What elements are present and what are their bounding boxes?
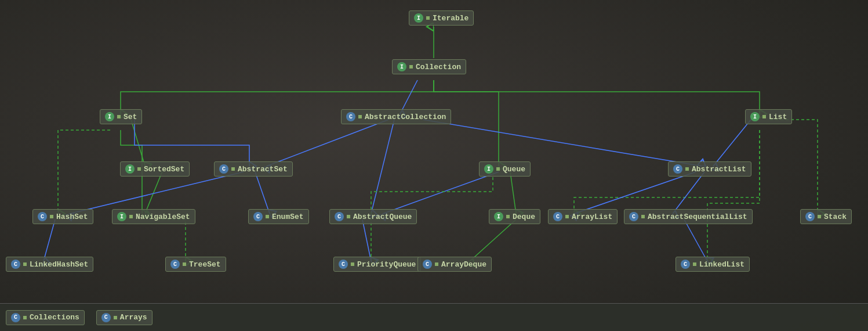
- icon-i-deque: I: [494, 212, 503, 221]
- icon-c-collections: C: [11, 313, 20, 322]
- icon-i-queue: I: [484, 164, 493, 174]
- svg-line-21: [470, 220, 516, 261]
- icon-c-stack: C: [805, 212, 815, 221]
- icon-i-collection: I: [397, 62, 406, 71]
- node-abstract-sequential-list[interactable]: C AbstractSequentialList: [624, 209, 753, 224]
- label-abstractset: AbstractSet: [238, 165, 288, 174]
- node-queue[interactable]: I Queue: [479, 161, 531, 177]
- label-abstractlist: AbstractList: [692, 165, 746, 174]
- icon-c-abstractset: C: [219, 164, 228, 174]
- svg-line-11: [713, 120, 751, 166]
- dot-iterable: [426, 16, 430, 20]
- node-sorted-set[interactable]: I SortedSet: [120, 161, 190, 177]
- node-abstract-collection[interactable]: C AbstractCollection: [341, 109, 451, 124]
- dot-list: [762, 115, 766, 118]
- icon-c-arrays: C: [101, 313, 111, 322]
- dot-abstractcollection: [358, 115, 362, 118]
- node-abstract-queue[interactable]: C AbstractQueue: [329, 209, 417, 224]
- dot-abstractsequentiallist: [641, 215, 645, 218]
- bottom-bar: C Collections C Arrays: [0, 303, 868, 331]
- node-abstract-set[interactable]: C AbstractSet: [214, 161, 293, 177]
- node-navigable-set[interactable]: I NavigableSet: [112, 209, 195, 224]
- dot-enumset: [266, 215, 269, 218]
- dot-queue: [496, 167, 500, 171]
- node-array-deque[interactable]: C ArrayDeque: [417, 257, 492, 272]
- icon-c-linkedlist: C: [681, 260, 690, 269]
- node-collections-bottom[interactable]: C Collections: [6, 310, 85, 325]
- node-set[interactable]: I Set: [100, 109, 142, 124]
- label-iterable: Iterable: [433, 14, 468, 23]
- svg-line-15: [383, 172, 499, 214]
- label-enumset: EnumSet: [272, 213, 304, 221]
- svg-line-17: [574, 172, 696, 214]
- dot-treeset: [183, 262, 186, 266]
- dot-linkedhashset: [23, 262, 27, 266]
- node-hashset[interactable]: C HashSet: [32, 209, 93, 224]
- node-linked-hashset[interactable]: C LinkedHashSet: [6, 257, 93, 272]
- icon-c-enumset: C: [253, 212, 263, 221]
- node-priority-queue[interactable]: C PriorityQueue: [333, 257, 421, 272]
- label-set: Set: [124, 113, 137, 121]
- icon-i-iterable: I: [414, 13, 423, 23]
- svg-line-22: [684, 220, 707, 261]
- label-sortedset: SortedSet: [144, 165, 184, 174]
- node-stack[interactable]: C Stack: [800, 209, 852, 224]
- svg-line-9: [371, 120, 394, 214]
- node-list[interactable]: I List: [745, 109, 792, 124]
- dot-arrays: [114, 316, 117, 319]
- icon-i-sortedset: I: [125, 164, 135, 174]
- node-abstract-list[interactable]: C AbstractList: [668, 161, 751, 177]
- dot-arraydeque: [435, 262, 438, 266]
- dot-collection: [409, 65, 413, 69]
- label-hashset: HashSet: [56, 213, 88, 221]
- label-list: List: [769, 113, 787, 121]
- node-arrays-bottom[interactable]: C Arrays: [96, 310, 152, 325]
- icon-c-arraydeque: C: [423, 260, 432, 269]
- node-collection[interactable]: I Collection: [392, 59, 466, 74]
- dot-priorityqueue: [351, 262, 354, 266]
- node-deque[interactable]: I Deque: [489, 209, 540, 224]
- label-stack: Stack: [824, 213, 847, 221]
- label-abstractsequentiallist: AbstractSequentialList: [648, 213, 747, 221]
- dot-stack: [818, 215, 821, 218]
- svg-line-7: [131, 120, 145, 166]
- svg-line-18: [673, 172, 704, 214]
- dot-navigableset: [129, 215, 133, 218]
- label-priorityqueue: PriorityQueue: [357, 260, 416, 269]
- node-treeset[interactable]: C TreeSet: [165, 257, 226, 272]
- label-arraydeque: ArrayDeque: [441, 260, 486, 269]
- icon-c-abstractlist: C: [673, 164, 682, 174]
- label-abstractqueue: AbstractQueue: [353, 213, 412, 221]
- label-abstractcollection: AbstractCollection: [365, 113, 446, 121]
- node-arraylist[interactable]: C ArrayList: [548, 209, 618, 224]
- svg-line-16: [510, 172, 516, 214]
- dot-deque: [506, 215, 510, 218]
- icon-i-set: I: [105, 112, 114, 121]
- label-queue: Queue: [503, 165, 525, 174]
- dot-abstractlist: [685, 167, 689, 171]
- icon-c-abstractqueue: C: [335, 212, 344, 221]
- diagram-container: I Iterable I Collection I Set C Abstract…: [0, 0, 868, 331]
- node-linked-list[interactable]: C LinkedList: [675, 257, 750, 272]
- label-deque: Deque: [513, 213, 535, 221]
- node-enum-set[interactable]: C EnumSet: [248, 209, 309, 224]
- svg-line-19: [43, 220, 55, 261]
- icon-c-abstractcollection: C: [346, 112, 355, 121]
- dot-collections: [23, 316, 27, 319]
- icon-c-priorityqueue: C: [339, 260, 348, 269]
- icon-c-hashset: C: [38, 212, 47, 221]
- dot-abstractset: [231, 167, 235, 171]
- svg-line-14: [255, 172, 270, 214]
- label-navigableset: NavigableSet: [136, 213, 190, 221]
- label-arraylist: ArrayList: [572, 213, 612, 221]
- svg-line-20: [362, 220, 371, 261]
- dot-set: [117, 115, 121, 118]
- svg-line-8: [267, 120, 388, 166]
- label-collections: Collections: [30, 313, 79, 322]
- icon-c-arraylist: C: [553, 212, 562, 221]
- dot-linkedlist: [693, 262, 696, 266]
- dot-arraylist: [565, 215, 569, 218]
- label-linkedlist: LinkedList: [699, 260, 744, 269]
- node-iterable[interactable]: I Iterable: [409, 10, 474, 26]
- svg-line-10: [423, 120, 702, 166]
